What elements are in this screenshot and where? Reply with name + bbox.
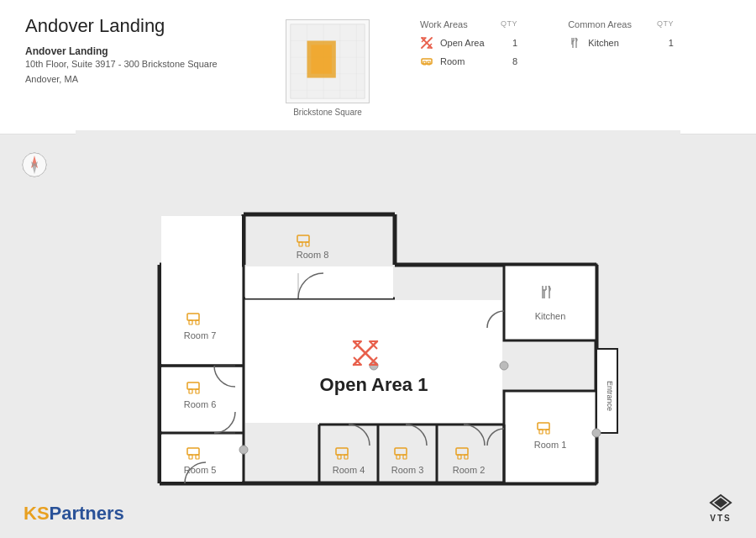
kitchen-label: Kitchen: [588, 38, 655, 48]
header: Andover Landing Andover Landing 10th Flo…: [0, 0, 756, 134]
floorplan-svg: Room 8 Room 7 Room 6 Room 5 Room 4: [50, 143, 706, 496]
header-left: Andover Landing Andover Landing 10th Flo…: [25, 15, 260, 87]
legend-open-area: Open Area 1: [420, 36, 517, 50]
ks-partners-logo: KSPartners: [24, 503, 124, 525]
svg-text:Room 1: Room 1: [534, 440, 567, 450]
map-thumbnail: [286, 19, 370, 103]
main-title: Andover Landing: [25, 15, 260, 37]
map-caption: Brickstone Square: [293, 108, 362, 117]
room-qty: 8: [512, 56, 517, 66]
svg-text:Open Area 1: Open Area 1: [320, 374, 428, 395]
work-areas-title: Work Areas QTY: [420, 19, 517, 29]
svg-rect-49: [161, 266, 242, 364]
svg-text:Room 4: Room 4: [333, 465, 365, 475]
ks-text: KS: [24, 503, 50, 524]
work-areas-legend: Work Areas QTY Open Area 1: [420, 19, 517, 73]
legend-room: Room 8: [420, 55, 517, 68]
svg-text:Room 5: Room 5: [184, 465, 217, 475]
vts-icon: [709, 493, 732, 512]
legend-kitchen: Kitchen 1: [568, 36, 674, 50]
map-thumbnail-container: Brickstone Square: [260, 15, 395, 117]
svg-rect-10: [311, 45, 332, 73]
svg-text:Room 7: Room 7: [184, 330, 217, 340]
room-label: Room: [440, 56, 499, 66]
floorplan-section: Room 8 Room 7 Room 6 Room 5 Room 4: [0, 134, 756, 538]
common-areas-title: Common Areas QTY: [568, 19, 674, 29]
svg-point-57: [239, 446, 248, 454]
svg-text:Room 8: Room 8: [297, 250, 329, 260]
room-icon: [420, 55, 433, 68]
svg-text:Entrance: Entrance: [606, 381, 614, 411]
open-area-qty: 1: [512, 38, 517, 48]
kitchen-qty: 1: [669, 38, 674, 48]
svg-rect-53: [245, 266, 393, 298]
svg-point-59: [500, 361, 508, 370]
svg-rect-15: [428, 61, 430, 65]
partners-text: Partners: [50, 503, 124, 524]
svg-rect-14: [423, 61, 426, 65]
svg-text:Kitchen: Kitchen: [535, 311, 566, 321]
address-line1: 10th Floor, Suite 3917 - 300 Brickstone …: [25, 57, 260, 72]
address-line2: Andover, MA: [25, 72, 260, 87]
sub-title: Andover Landing: [25, 45, 260, 57]
svg-rect-41: [504, 391, 596, 483]
svg-text:Room 2: Room 2: [453, 465, 486, 475]
open-area-label: Open Area: [440, 38, 499, 48]
svg-text:Room 3: Room 3: [391, 465, 424, 475]
svg-rect-40: [504, 265, 596, 340]
vts-logo: VTS: [709, 493, 732, 523]
open-area-icon: [420, 36, 433, 50]
header-legend: Work Areas QTY Open Area 1: [395, 15, 731, 73]
common-areas-legend: Common Areas QTY Kitchen 1: [568, 19, 674, 73]
svg-text:Room 6: Room 6: [184, 399, 217, 409]
compass: [21, 151, 48, 178]
vts-text: VTS: [710, 514, 731, 523]
kitchen-icon: [568, 36, 581, 50]
svg-point-63: [592, 429, 601, 437]
